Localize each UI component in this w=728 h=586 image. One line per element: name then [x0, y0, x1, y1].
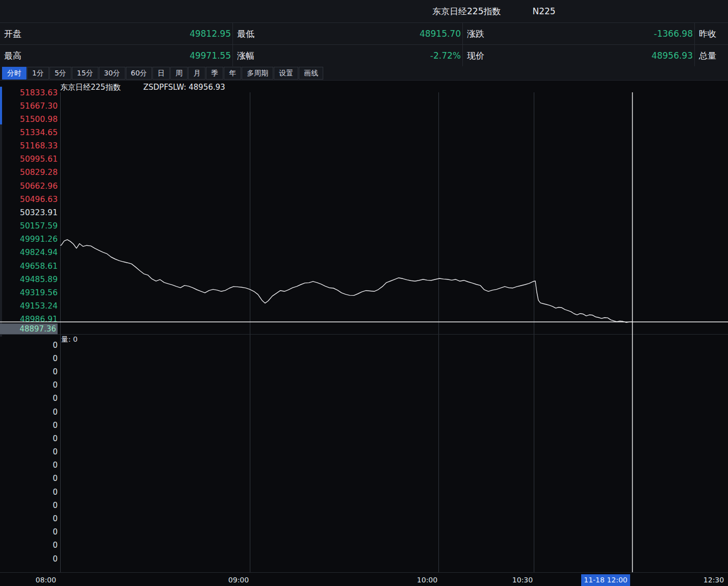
- scrollbar-thumb[interactable]: [0, 87, 2, 124]
- y-axis-label: 51667.30: [20, 101, 58, 111]
- y-axis-label: 51833.63: [20, 88, 58, 97]
- chart-area[interactable]: 51833.6351667.3051500.9851334.6551168.33…: [0, 81, 728, 586]
- period-tab[interactable]: 60分: [126, 67, 152, 80]
- period-tabbar: 分时1分5分15分30分60分日周月季年多周期设置画线: [0, 66, 728, 81]
- chart-title: 东京日经225指数: [60, 83, 121, 92]
- quote-cell: 开盘49812.95: [0, 22, 233, 44]
- volume-axis-label: 0: [53, 461, 58, 470]
- volume-axis-label: 0: [53, 434, 58, 443]
- period-tab[interactable]: 设置: [274, 67, 298, 80]
- volume-axis-label: 0: [53, 354, 58, 363]
- quote-label: 开盘: [4, 28, 21, 40]
- volume-axis-label: 0: [53, 394, 58, 403]
- quote-cell: 涨跌-1366.98: [463, 22, 695, 44]
- period-tab[interactable]: 季: [206, 67, 223, 80]
- quote-label: 现价: [467, 50, 484, 62]
- y-axis-label: 50496.63: [20, 195, 58, 204]
- volume-axis-label: 0: [53, 488, 58, 497]
- quote-label: 最低: [237, 28, 254, 40]
- y-axis-label: 49991.26: [20, 235, 58, 244]
- period-tab[interactable]: 年: [224, 67, 241, 80]
- quote-label: 最高: [4, 50, 21, 62]
- y-axis-label: 51168.33: [20, 141, 58, 150]
- header: 东京日经225指数 N225 开盘49812.95最低48915.70涨跌-13…: [0, 0, 728, 66]
- quote-grid: 开盘49812.95最低48915.70涨跌-1366.98昨收最高49971.…: [0, 22, 728, 67]
- instrument-symbol: N225: [532, 6, 555, 16]
- volume-axis-label: 0: [53, 367, 58, 376]
- period-tab[interactable]: 周: [170, 67, 188, 80]
- quote-value: 48915.70: [420, 29, 461, 39]
- y-axis-label: 49319.56: [20, 288, 58, 297]
- volume-axis-label: 0: [53, 514, 58, 523]
- volume-axis-label: 0: [53, 407, 58, 417]
- y-axis-label: 48986.91: [20, 315, 58, 324]
- period-tab[interactable]: 多周期: [242, 67, 273, 80]
- period-tab[interactable]: 15分: [72, 67, 98, 80]
- volume-axis-label: 0: [53, 501, 58, 510]
- quote-label: 涨跌: [467, 28, 484, 40]
- y-axis-label: 50323.91: [20, 208, 58, 217]
- volume-axis-label: 0: [53, 380, 58, 390]
- x-axis-label: 09:00: [228, 576, 249, 584]
- y-axis-label: 50995.61: [20, 155, 58, 164]
- period-tab[interactable]: 30分: [99, 67, 125, 80]
- period-tab[interactable]: 分时: [2, 67, 27, 80]
- volume-pane-label: 量: 0: [61, 335, 77, 343]
- x-axis-label: 12:30: [704, 576, 724, 584]
- period-tab[interactable]: 1分: [27, 67, 49, 80]
- quote-cell: 涨幅-2.72%: [233, 44, 463, 66]
- y-axis-label: 51500.98: [20, 115, 58, 124]
- quote-value: -1366.98: [654, 29, 693, 39]
- volume-axis-label: 0: [53, 527, 58, 537]
- quote-cell: 现价48956.93: [463, 44, 695, 66]
- period-tab[interactable]: 5分: [49, 67, 71, 80]
- intraday-chart[interactable]: 51833.6351667.3051500.9851334.6551168.33…: [0, 81, 728, 586]
- period-tab[interactable]: 画线: [299, 67, 323, 80]
- chart-indicator: ZSDPFSLW: 48956.93: [143, 83, 225, 92]
- y-axis-label: 49824.94: [20, 248, 58, 257]
- x-axis-label: 10:30: [512, 576, 533, 584]
- quote-value: 49812.95: [190, 29, 231, 39]
- volume-axis-label: 0: [53, 447, 58, 456]
- quote-value: 48956.93: [652, 50, 693, 61]
- instrument-title: 东京日经225指数: [432, 6, 501, 17]
- y-axis-label: 50662.96: [20, 182, 58, 191]
- title-row: 东京日经225指数 N225: [0, 0, 728, 22]
- current-time-chip: 11-18 12:00: [584, 576, 627, 584]
- quote-value: -2.72%: [430, 50, 461, 61]
- volume-axis-label: 0: [53, 474, 58, 483]
- current-price-tag: 48897.36: [19, 324, 56, 334]
- y-axis-label: 49485.89: [20, 275, 58, 284]
- y-axis-label: 49153.24: [20, 301, 58, 311]
- period-tab[interactable]: 月: [188, 67, 205, 80]
- quote-label: 昨收: [699, 28, 716, 40]
- quote-cell: 昨收: [695, 22, 728, 44]
- x-axis-label: 08:00: [36, 576, 56, 584]
- volume-axis-label: 0: [53, 541, 58, 550]
- y-axis-label: 49658.61: [20, 262, 58, 271]
- quote-cell: 最高49971.55: [0, 44, 233, 66]
- quote-label: 涨幅: [237, 50, 254, 62]
- quote-value: 49971.55: [190, 50, 231, 61]
- x-axis-label: 10:00: [417, 576, 437, 584]
- y-axis-label: 50829.28: [20, 168, 58, 177]
- volume-axis-label: 0: [53, 554, 58, 564]
- period-tab[interactable]: 日: [152, 67, 170, 80]
- volume-axis-label: 0: [53, 421, 58, 430]
- quote-label: 总量: [699, 50, 716, 62]
- y-axis-label: 51334.65: [20, 128, 58, 137]
- y-axis-label: 50157.59: [20, 221, 58, 231]
- volume-axis-label: 0: [53, 341, 58, 350]
- quote-cell: 总量: [695, 44, 728, 66]
- quote-cell: 最低48915.70: [233, 22, 463, 44]
- price-line: [60, 240, 632, 322]
